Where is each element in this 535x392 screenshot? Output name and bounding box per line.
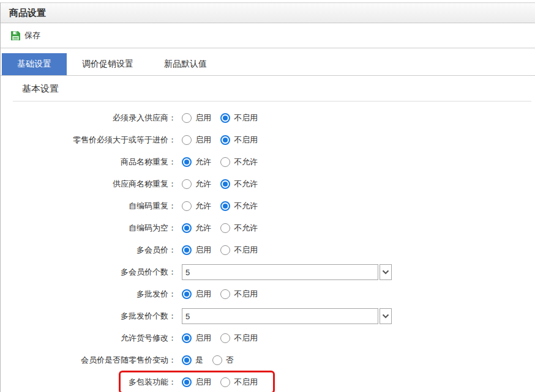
tab-new-product-defaults[interactable]: 新品默认值 [149, 53, 222, 75]
radio-option[interactable] [220, 245, 230, 255]
radio-option-label[interactable]: 不允许 [234, 201, 258, 212]
section-divider [13, 101, 531, 102]
radio-option-selected[interactable] [182, 289, 192, 299]
radio-option-label[interactable]: 不启用 [234, 245, 258, 256]
radio-group: 启用 不启用 [182, 289, 267, 300]
tab-price-promotion-settings[interactable]: 调价促销设置 [67, 53, 149, 75]
radio-group: 允许 不允许 [182, 179, 267, 190]
form-row-custom-code-empty: 自编码为空： 允许 不允许 [1, 217, 535, 239]
radio-option-selected[interactable] [220, 113, 230, 123]
radio-option[interactable] [220, 223, 230, 233]
floppy-disk-icon [10, 31, 21, 41]
tab-bar: 基础设置 调价促销设置 新品默认值 [1, 48, 535, 76]
combo-value: 5 [182, 308, 378, 324]
member-price-count-select[interactable]: 5 [182, 264, 392, 280]
radio-option[interactable] [220, 289, 230, 299]
radio-option-selected[interactable] [220, 135, 230, 145]
radio-group: 允许 不允许 [182, 223, 267, 234]
radio-option[interactable] [220, 333, 230, 343]
radio-option-label[interactable]: 启用 [195, 245, 211, 256]
radio-option-label[interactable]: 是 [195, 355, 203, 366]
radio-group: 允许 不允许 [182, 157, 267, 168]
radio-option-selected[interactable] [182, 333, 192, 343]
section-title: 基本设置 [22, 83, 535, 95]
radio-option-label[interactable]: 允许 [195, 179, 211, 190]
field-label: 自编码为空： [1, 223, 176, 234]
radio-option-label[interactable]: 不启用 [234, 377, 258, 388]
radio-option[interactable] [220, 157, 230, 167]
form-row-multi-member-price: 多会员价： 启用 不启用 [1, 239, 535, 261]
highlight-box: 多包装功能： 启用 不启用 [119, 371, 275, 392]
field-label: 必须录入供应商： [1, 113, 176, 124]
radio-option[interactable] [182, 201, 192, 211]
radio-option-selected[interactable] [182, 377, 192, 387]
form-row-supplier-name-duplicate: 供应商名称重复： 允许 不允许 [1, 173, 535, 195]
radio-option-label[interactable]: 允许 [195, 157, 211, 168]
radio-option-label[interactable]: 允许 [195, 201, 211, 212]
form-row-multi-wholesale-price: 多批发价： 启用 不启用 [1, 283, 535, 305]
page-title: 商品设置 [1, 2, 535, 23]
save-button[interactable]: 保存 [10, 30, 40, 41]
chevron-down-icon[interactable] [380, 264, 392, 280]
field-label: 允许货号修改： [1, 333, 176, 344]
field-label: 会员价是否随零售价变动： [1, 355, 176, 366]
form-row-multi-package-feature: 多包装功能： 启用 不启用 [1, 371, 535, 392]
radio-option-label[interactable]: 不启用 [234, 113, 258, 124]
radio-option-selected[interactable] [182, 355, 192, 365]
tab-basic-settings[interactable]: 基础设置 [2, 53, 67, 75]
form-row-product-name-duplicate: 商品名称重复： 允许 不允许 [1, 151, 535, 173]
field-label: 多批发价： [1, 289, 176, 300]
field-label: 多批发价个数： [1, 311, 176, 322]
radio-group: 启用 不启用 [182, 333, 267, 344]
radio-option-label[interactable]: 不允许 [234, 179, 258, 190]
radio-option-label[interactable]: 允许 [195, 223, 211, 234]
field-label: 多包装功能： [121, 377, 176, 388]
content: 基本设置 必须录入供应商： 启用 不启用 零售价必须大于或等于进价： 启用 不 [1, 76, 535, 392]
field-label: 自编码重复： [1, 201, 176, 212]
field-label: 多会员价个数： [1, 267, 176, 278]
page: 商品设置 保存 基础设置 调价促销设置 新品默认值 基本设置 [0, 2, 535, 392]
save-button-label: 保存 [24, 30, 40, 41]
chevron-down-icon[interactable] [380, 308, 392, 324]
radio-option[interactable] [220, 377, 230, 387]
radio-option-label[interactable]: 不启用 [234, 289, 258, 300]
field-label: 多会员价： [1, 245, 176, 256]
form-row-custom-code-duplicate: 自编码重复： 允许 不允许 [1, 195, 535, 217]
radio-option-label[interactable]: 启用 [195, 333, 211, 344]
radio-option-label[interactable]: 不启用 [234, 333, 258, 344]
radio-option-selected[interactable] [220, 201, 230, 211]
radio-option-label[interactable]: 启用 [195, 135, 211, 146]
radio-group: 启用 不启用 [182, 245, 267, 256]
radio-option-label[interactable]: 启用 [195, 377, 211, 388]
radio-group: 启用 不启用 [182, 113, 267, 124]
form-row-supplier-required: 必须录入供应商： 启用 不启用 [1, 107, 535, 129]
radio-option-label[interactable]: 启用 [195, 289, 211, 300]
wholesale-price-count-select[interactable]: 5 [182, 308, 392, 324]
radio-option-selected[interactable] [182, 157, 192, 167]
radio-option-label[interactable]: 启用 [195, 113, 211, 124]
settings-form: 必须录入供应商： 启用 不启用 零售价必须大于或等于进价： 启用 不启用 [1, 107, 535, 392]
form-row-wholesale-price-count: 多批发价个数： 5 [1, 305, 535, 327]
field-label: 供应商名称重复： [1, 179, 176, 190]
form-row-allow-item-no-edit: 允许货号修改： 启用 不启用 [1, 327, 535, 349]
radio-group: 是 否 [182, 355, 243, 366]
radio-group: 启用 不启用 [182, 135, 267, 146]
radio-option[interactable] [182, 113, 192, 123]
combo-value: 5 [182, 264, 378, 280]
radio-option-selected[interactable] [182, 223, 192, 233]
form-row-retail-gte-cost: 零售价必须大于或等于进价： 启用 不启用 [1, 129, 535, 151]
radio-group: 允许 不允许 [182, 201, 267, 212]
form-row-member-price-count: 多会员价个数： 5 [1, 261, 535, 283]
radio-option-label[interactable]: 不允许 [234, 223, 258, 234]
radio-group: 启用 不启用 [182, 377, 267, 388]
form-row-member-price-follows-retail: 会员价是否随零售价变动： 是 否 [1, 349, 535, 371]
radio-option-label[interactable]: 否 [226, 355, 234, 366]
radio-option-label[interactable]: 不允许 [234, 157, 258, 168]
radio-option[interactable] [182, 179, 192, 189]
radio-option-selected[interactable] [220, 179, 230, 189]
toolbar: 保存 [1, 23, 535, 48]
radio-option-label[interactable]: 不启用 [234, 135, 258, 146]
radio-option[interactable] [182, 135, 192, 145]
radio-option[interactable] [212, 355, 222, 365]
radio-option-selected[interactable] [182, 245, 192, 255]
